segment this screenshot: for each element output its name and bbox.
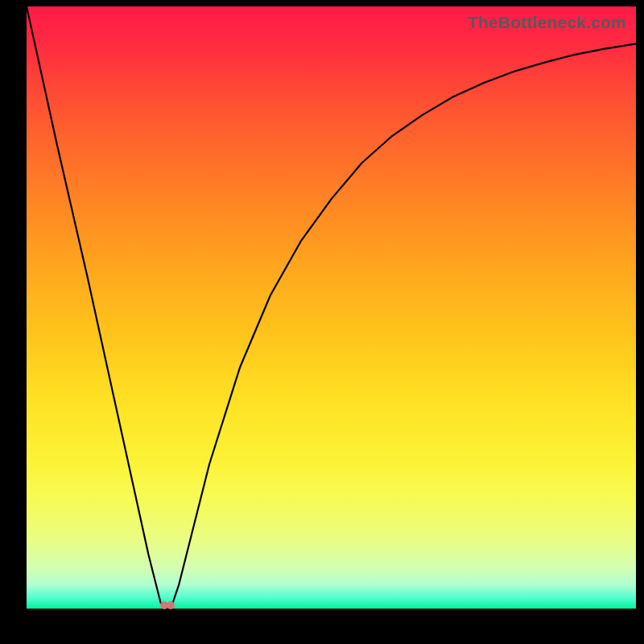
bottleneck-curve [27,6,636,609]
chart-frame: TheBottleneck.com [0,0,644,644]
plot-area: TheBottleneck.com [27,6,636,609]
optimal-marker [167,601,175,609]
